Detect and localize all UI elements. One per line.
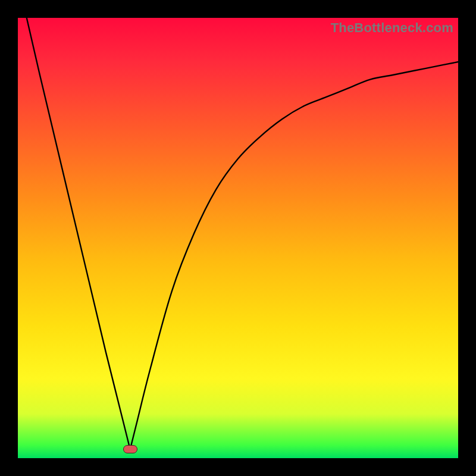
curve-svg [18, 18, 458, 458]
v-curve-path [27, 18, 458, 449]
minimum-marker [123, 445, 137, 453]
plot-area: TheBottleneck.com [18, 18, 458, 458]
chart-frame: TheBottleneck.com [0, 0, 476, 476]
